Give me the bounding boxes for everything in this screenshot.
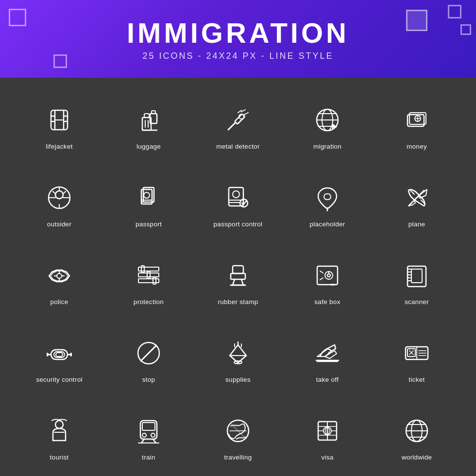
svg-line-20 <box>244 113 248 115</box>
passport-label: passport <box>136 221 162 228</box>
icon-cell-passport: passport <box>104 165 193 243</box>
ticket-icon <box>400 336 434 370</box>
svg-rect-66 <box>231 273 245 279</box>
take-off-label: take off <box>316 376 339 383</box>
svg-point-54 <box>57 273 62 278</box>
police-label: police <box>50 298 68 306</box>
page-title: IMMIGRATION <box>127 17 349 49</box>
svg-line-18 <box>238 110 241 113</box>
icon-cell-travelling: travelling <box>193 398 283 476</box>
icon-cell-metal-detector: metal detector <box>193 87 283 165</box>
security-control-icon <box>42 336 76 370</box>
svg-rect-50 <box>324 194 331 200</box>
protection-icon <box>132 258 166 292</box>
svg-rect-65 <box>233 266 243 273</box>
stop-icon <box>132 336 166 370</box>
svg-point-114 <box>151 433 155 437</box>
supplies-label: supplies <box>225 376 251 383</box>
svg-rect-78 <box>411 269 422 283</box>
svg-point-108 <box>55 421 63 428</box>
corner-decoration <box>9 9 26 26</box>
outsider-label: outsider <box>47 221 71 228</box>
migration-icon <box>310 103 344 137</box>
icon-cell-security-control: security control <box>15 321 104 398</box>
icon-cell-plane: plane <box>372 165 461 243</box>
safe-box-label: safe box <box>314 298 340 306</box>
svg-line-69 <box>241 279 243 285</box>
police-icon <box>42 258 76 292</box>
page-subtitle: 25 ICONS - 24X24 PX - LINE STYLE <box>142 51 333 61</box>
icon-cell-safe-box: safe box <box>283 243 372 321</box>
svg-point-33 <box>55 191 63 199</box>
svg-line-68 <box>233 279 235 285</box>
icon-cell-take-off: take off <box>283 321 372 398</box>
icon-cell-money: money <box>372 87 461 165</box>
icon-cell-train: train <box>104 398 193 476</box>
placeholder-icon <box>310 181 344 215</box>
rubber-stamp-label: rubber stamp <box>218 298 258 306</box>
travelling-label: travelling <box>224 454 252 461</box>
svg-rect-90 <box>56 353 63 357</box>
safe-box-icon <box>310 258 344 292</box>
lifejacket-icon <box>42 103 76 137</box>
passport-control-label: passport control <box>214 221 263 228</box>
svg-line-19 <box>241 110 245 112</box>
svg-line-16 <box>228 122 236 130</box>
worldwide-icon <box>400 414 434 448</box>
icon-cell-police: police <box>15 243 104 321</box>
train-icon <box>132 414 166 448</box>
svg-line-92 <box>141 345 156 361</box>
icon-cell-protection: protection <box>104 243 193 321</box>
header: IMMIGRATION 25 ICONS - 24X24 PX - LINE S… <box>0 0 476 78</box>
visa-label: visa <box>321 454 333 461</box>
svg-point-113 <box>142 433 146 437</box>
travelling-icon <box>221 414 255 448</box>
icon-cell-rubber-stamp: rubber stamp <box>193 243 283 321</box>
icon-grid: lifejacket luggage <box>0 78 476 476</box>
corner-decoration <box>460 24 471 35</box>
svg-line-74 <box>320 271 323 273</box>
icon-cell-outsider: outsider <box>15 165 104 243</box>
icon-cell-stop: stop <box>104 321 193 398</box>
tourist-label: tourist <box>50 454 69 461</box>
svg-line-115 <box>141 439 144 443</box>
svg-rect-13 <box>152 111 155 114</box>
icon-cell-migration: migration <box>283 87 372 165</box>
corner-decoration <box>406 10 427 31</box>
luggage-label: luggage <box>136 143 161 150</box>
icon-cell-lifejacket: lifejacket <box>15 87 104 165</box>
money-label: money <box>407 143 427 150</box>
icon-cell-visa: visa <box>283 398 372 476</box>
ticket-label: ticket <box>408 376 425 383</box>
metal-detector-label: metal detector <box>216 143 260 150</box>
placeholder-label: placeholder <box>309 221 345 228</box>
rubber-stamp-icon <box>221 258 255 292</box>
tourist-icon <box>42 414 76 448</box>
migration-label: migration <box>313 143 341 150</box>
icon-cell-tourist: tourist <box>15 398 104 476</box>
svg-line-39 <box>53 191 55 194</box>
svg-marker-26 <box>332 123 337 130</box>
svg-rect-45 <box>229 187 243 206</box>
take-off-icon <box>310 336 344 370</box>
icon-cell-ticket: ticket <box>372 321 461 398</box>
svg-marker-87 <box>47 353 49 356</box>
corner-decoration <box>53 54 67 68</box>
scanner-icon <box>400 258 434 292</box>
worldwide-label: worldwide <box>402 454 432 461</box>
luggage-icon <box>132 103 166 137</box>
icon-cell-supplies: supplies <box>193 321 283 398</box>
metal-detector-icon <box>221 103 255 137</box>
svg-point-42 <box>144 192 150 198</box>
train-label: train <box>142 454 155 461</box>
protection-label: protection <box>134 298 164 306</box>
passport-control-icon <box>221 181 255 215</box>
stop-label: stop <box>142 376 155 383</box>
scanner-label: scanner <box>405 298 429 306</box>
passport-icon <box>132 181 166 215</box>
lifejacket-label: lifejacket <box>46 143 73 150</box>
svg-marker-89 <box>69 353 71 356</box>
corner-decoration <box>448 5 461 18</box>
icon-cell-placeholder: placeholder <box>283 165 372 243</box>
svg-line-116 <box>153 439 156 443</box>
